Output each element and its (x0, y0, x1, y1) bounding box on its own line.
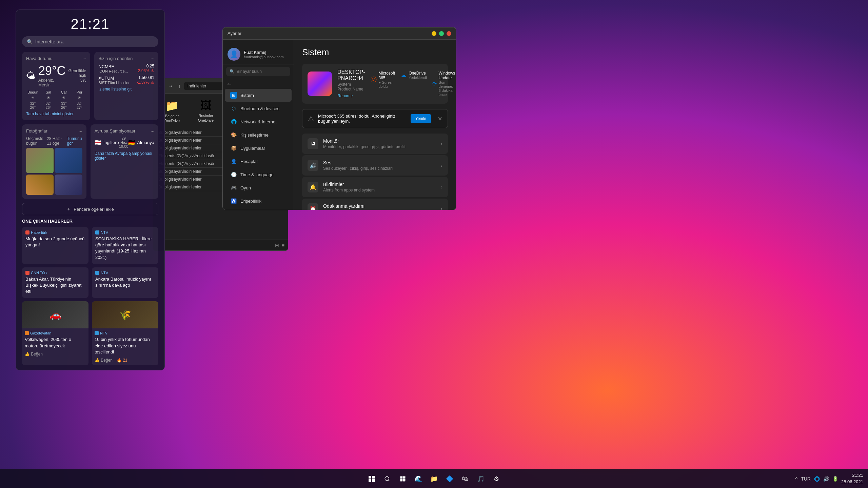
news-card-1[interactable]: Habertürk Muğla da son 2 günde üçüncü ya… (22, 227, 88, 264)
close-button[interactable]: ✕ (447, 31, 451, 36)
photo-thumb-1 (26, 148, 54, 173)
apps-icon: 📦 (230, 145, 237, 151)
settings-email: fuatkamis@outlook.com (244, 55, 284, 59)
fe-folder-label-resimler: ResimlerOneDrive (198, 113, 214, 123)
team2-name: Almanya (137, 140, 154, 145)
sidebar-label-erisim: Erişebilirlik (240, 199, 261, 204)
sidebar-item-hesaplar[interactable]: 👤 Hesaplar (225, 155, 292, 168)
search-taskbar-button[interactable] (380, 472, 394, 486)
tray-battery[interactable]: 🔋 (831, 475, 839, 482)
weather-desc: Genellikle açık (68, 68, 86, 78)
weather-forecast-link[interactable]: Tam hava tahminini göster (26, 111, 86, 116)
stocks-watchlist-link[interactable]: İzleme listesine git (98, 87, 154, 92)
news-card-2[interactable]: NTV SON DAKİKA HABERİ: İllere göre hafta… (92, 227, 158, 264)
svg-rect-6 (400, 476, 403, 479)
tray-network[interactable]: 🌐 (813, 475, 821, 482)
fe-view-icon-1[interactable]: ⊞ (275, 243, 279, 248)
sidebar-item-erisim[interactable]: ♿ Erişebilirlik (225, 195, 292, 207)
taskbar-time: 21:21 (841, 472, 863, 479)
odak-icon: ⏰ (308, 203, 318, 210)
sidebar-item-sistem[interactable]: ⊞ Sistem (225, 89, 292, 102)
settings-taskbar-button[interactable]: ⚙ (489, 472, 504, 486)
tray-volume[interactable]: 🔊 (822, 475, 830, 482)
news-card-3[interactable]: CNN Türk Bakan Akar, Türkiye'nin Bişkek … (22, 267, 88, 298)
fe-folder-resimler[interactable]: 🖼 ResimlerOneDrive (192, 99, 219, 123)
settings-window: Ayarlar – □ ✕ 👤 Fuat Kamış fuatkamis@out… (222, 27, 456, 210)
photos-menu-icon[interactable]: ··· (79, 128, 82, 134)
spotify-button[interactable]: 🎵 (474, 472, 488, 486)
sidebar-item-network[interactable]: 🌐 Network & internet (225, 115, 292, 128)
news-source-3: CNN Türk (31, 271, 47, 275)
notif-close-button[interactable]: ✕ (438, 116, 442, 122)
add-widget-label: Pencere ögeleri ekle (74, 207, 114, 212)
maximize-button[interactable]: □ (439, 31, 444, 36)
notif-text: Microsoft 365 süresi doldu. Aboneliğiniz… (318, 114, 407, 124)
settings-item-bildirim[interactable]: 🔔 Bildirimler Alerts from apps and syste… (302, 177, 448, 197)
news-like-5[interactable]: 👍 Beğen (25, 352, 43, 357)
settings-item-monitor[interactable]: 🖥 Monitör Monitörler, parlaklık, gece gi… (302, 134, 448, 154)
settings-item-ses[interactable]: 🔊 Ses Ses düzeyleri, çıkış, giriş, ses c… (302, 155, 448, 176)
edge-browser-button[interactable]: 🌊 (411, 472, 426, 486)
settings-search-bar[interactable]: 🔍 Bir ayar bulun (226, 67, 290, 76)
network-icon: 🌐 (230, 118, 237, 125)
sports-match: 🏴󠁧󠁢󠁥󠁮󠁧󠁿 İngiltere 29 Haz 19:00 🇩🇪 Almany… (95, 136, 154, 148)
fe-view-icon-2[interactable]: ≡ (282, 243, 284, 248)
sports-more-link[interactable]: Daha fazla Avrupa Şampiyonası göster (95, 151, 154, 161)
notif-renew-button[interactable]: Yenile (411, 114, 431, 123)
news-source-5: Gazetevatan (30, 331, 51, 335)
onedrive-status: Yedeklendi (409, 76, 427, 80)
stocks-menu-icon[interactable]: ··· (151, 56, 154, 61)
start-button[interactable] (364, 472, 379, 486)
settings-item-odak[interactable]: ⏰ Odaklanma yardımı Bildirimler, otomati… (302, 199, 448, 210)
weather-menu-icon[interactable]: ··· (82, 56, 86, 61)
fe-folder-icon-resimler: 🖼 (200, 99, 211, 112)
sidebar-item-uygulamalar[interactable]: 📦 Uygulamalar (225, 142, 292, 155)
news-card-4[interactable]: NTV Ankara Barosu 'müzik yayını sınırı'n… (92, 267, 158, 298)
edge-icon-2[interactable]: 🔷 (442, 472, 457, 486)
settings-back-button[interactable]: ← (226, 81, 232, 88)
sidebar-label-network: Network & internet (240, 119, 277, 124)
news-title-4: Ankara Barosu 'müzik yayını sınırı'na da… (95, 276, 155, 288)
photos-date-label: Geçmişte bugün (26, 136, 47, 146)
news-section: ÖNE ÇIKAN HABERLER Habertürk Muğla da so… (22, 219, 158, 365)
news-card-6[interactable]: 🌾 NTV 10 bin yıllık ata tohumundan elde … (92, 301, 158, 365)
ses-icon: 🔊 (308, 160, 318, 171)
sidebar-item-oyun[interactable]: 🎮 Oyun (225, 181, 292, 194)
monitor-sub: Monitörler, parlaklık, gece gijişi, görü… (323, 144, 406, 149)
svg-rect-3 (372, 479, 375, 482)
sports-menu-icon[interactable]: ··· (151, 128, 154, 134)
device-rename-link[interactable]: Rename (337, 94, 365, 98)
fe-up-button[interactable]: ↑ (177, 82, 182, 90)
svg-rect-9 (403, 479, 406, 481)
taskview-button[interactable] (396, 472, 410, 486)
winupdate-name: Windows Update (439, 71, 455, 80)
photos-all-link[interactable]: Tümünü gör (67, 136, 82, 146)
tray-keyboard[interactable]: TUR (800, 475, 812, 482)
fe-forward-button[interactable]: → (166, 82, 175, 90)
m365-status: ● Süresi doldu (379, 80, 395, 88)
news-source-1-icon (25, 230, 29, 235)
store-button[interactable]: 🛍 (458, 472, 472, 486)
sidebar-item-kisisel[interactable]: 🎨 Kişiselleştirme (225, 128, 292, 141)
odak-chevron: › (441, 206, 442, 210)
gaming-icon: 🎮 (230, 184, 237, 191)
news-card-5[interactable]: 🚗 Gazetevatan Volkswagen, 2035'ten o mot… (22, 301, 88, 365)
bildirim-sub: Alerts from apps and system (323, 188, 375, 192)
minimize-button[interactable]: – (432, 31, 436, 36)
tray-chevron[interactable]: ^ (794, 475, 799, 482)
monitor-chevron: › (441, 141, 442, 146)
sidebar-item-time[interactable]: 🕐 Time & language (225, 168, 292, 181)
sidebar-label-bluetooth: Bluetooth & devices (240, 106, 279, 111)
settings-window-title: Ayarlar (228, 31, 241, 36)
match-time: 29 Haz 19:00 (119, 136, 129, 148)
sidebar-item-privacy[interactable]: 🔒 Privacy & security (225, 208, 292, 210)
app-onedrive: ☁ OneDrive Yedeklendi (400, 71, 427, 80)
explorer-button[interactable]: 📁 (427, 472, 441, 486)
fe-folder-label-belgeler: BelgelerOneDrive (164, 114, 180, 123)
photos-date: 28 Haz · 11 öge (47, 136, 67, 146)
sidebar-item-bluetooth[interactable]: ⬡ Bluetooth & devices (225, 102, 292, 115)
add-widget-button[interactable]: ＋ Pencere ögeleri ekle (22, 203, 158, 215)
widget-search-bar[interactable]: 🔍 İnternette ara (22, 36, 158, 47)
taskbar-clock[interactable]: 21:21 28.06.2021 (841, 472, 863, 485)
news-like-6[interactable]: 👍 Beğen (95, 358, 113, 363)
